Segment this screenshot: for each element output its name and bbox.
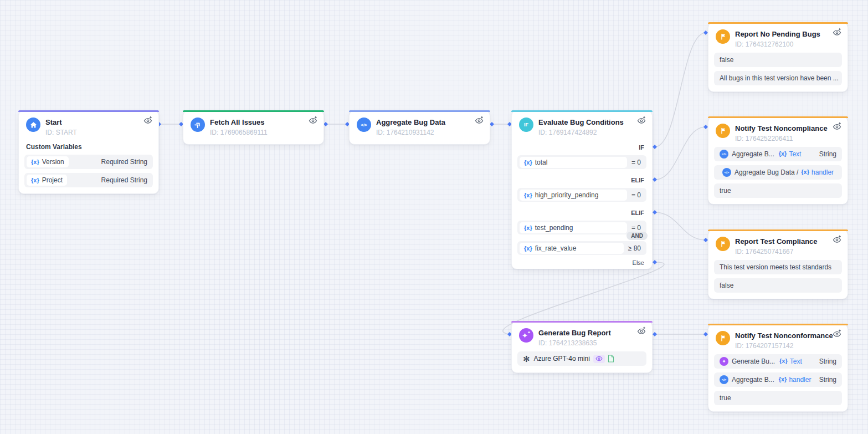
variable-row: {x}Project Required String: [24, 173, 153, 187]
watch-add-icon[interactable]: [637, 116, 646, 127]
connection-handle[interactable]: [653, 260, 657, 264]
flag-icon: [716, 29, 730, 44]
xvar-icon: {x}: [524, 192, 532, 198]
connection-handle[interactable]: [703, 332, 708, 336]
watch-add-icon[interactable]: [833, 122, 841, 133]
xvar-icon: {x}: [779, 150, 787, 158]
model-row: ✻ Azure GPT-4o mini: [517, 351, 646, 366]
flag-icon: [716, 331, 730, 345]
node-title: Evaluate Bug Conditions: [538, 118, 624, 127]
node-title: Aggregate Bug Data: [376, 118, 445, 127]
condition-operator: ≥ 80: [628, 244, 641, 252]
node-start[interactable]: Start ID: START Custom Variables {x}Vers…: [18, 110, 159, 194]
node-accent-bar: [511, 321, 653, 323]
connection-handle[interactable]: [490, 122, 494, 126]
variable-name: Version: [42, 158, 64, 166]
condition-variable: fix_rate_value: [535, 244, 577, 252]
watch-add-icon[interactable]: [833, 235, 841, 246]
branch-label-else: Else: [633, 258, 644, 267]
node-accent-bar: [349, 110, 490, 112]
watch-add-icon[interactable]: [833, 28, 841, 39]
variable-row: {x}Version Required String: [24, 155, 153, 169]
template-arg-row: </> Aggregate B... {x}Text String: [714, 147, 842, 161]
if-condition-icon: IF: [519, 118, 533, 132]
connection-handle[interactable]: [653, 332, 657, 336]
node-title: Generate Bug Report: [538, 328, 611, 338]
value-type: String: [819, 358, 836, 365]
node-id: ID: 1769147424892: [538, 128, 624, 137]
node-fetch-all-issues[interactable]: Fetch All Issues ID: 1769065869111: [183, 110, 324, 145]
home-icon: [26, 118, 40, 132]
node-accent-bar: [708, 116, 848, 118]
node-evaluate-bug-conditions[interactable]: IF Evaluate Bug Conditions ID: 176914742…: [511, 110, 653, 269]
connection-handle[interactable]: [323, 122, 328, 126]
node-id: ID: 1764252206411: [735, 134, 828, 143]
node-report-no-pending-bugs[interactable]: Report No Pending Bugs ID: 1764312762100…: [708, 22, 848, 92]
node-id: ID: 1764312762100: [735, 40, 820, 49]
node-id: ID: 1769065869111: [210, 128, 268, 137]
xvar-icon: {x}: [31, 177, 39, 183]
node-report-test-compliance[interactable]: Report Test Compliance ID: 1764250741667…: [708, 229, 848, 299]
node-title: Notify Test Noncompliance: [735, 124, 828, 133]
node-aggregate-bug-data[interactable]: </> Aggregate Bug Data ID: 1764210931142: [349, 110, 490, 145]
variable-name: Project: [42, 176, 63, 184]
node-accent-bar: [708, 22, 848, 24]
variable-chip: {x}Project: [27, 175, 67, 186]
watch-add-icon[interactable]: [833, 329, 841, 340]
node-accent-bar: [511, 110, 653, 112]
model-name: Azure GPT-4o mini: [534, 355, 590, 362]
node-notify-test-noncompliance[interactable]: Notify Test Noncompliance ID: 1764252206…: [708, 116, 848, 205]
output-value: This test version meets test standards: [720, 263, 831, 271]
connection-handle[interactable]: [653, 210, 657, 215]
watch-add-icon[interactable]: [143, 116, 152, 127]
output-value: false: [720, 56, 733, 64]
variable-ref[interactable]: {x}handler: [801, 169, 834, 176]
output-row: false: [714, 278, 842, 293]
custom-variables-label: Custom Variables: [26, 143, 151, 151]
code-icon: </>: [357, 118, 371, 132]
connection-handle[interactable]: [703, 238, 708, 242]
variable-ref[interactable]: {x}Text: [779, 358, 802, 365]
workflow-canvas[interactable]: Start ID: START Custom Variables {x}Vers…: [0, 0, 868, 434]
node-id: ID: 1764207157142: [735, 341, 833, 350]
variable-requirement: Required String: [101, 176, 147, 184]
node-accent-bar: [708, 324, 848, 325]
variable-ref[interactable]: {x}handler: [779, 376, 811, 384]
xvar-icon: {x}: [801, 169, 809, 176]
condition-row: {x}total = 0: [517, 155, 646, 169]
node-accent-bar: [18, 110, 159, 112]
watch-add-icon[interactable]: [309, 116, 317, 127]
connection-handle[interactable]: [653, 145, 657, 149]
output-row: true: [714, 391, 842, 405]
connection-handle[interactable]: [703, 30, 708, 35]
edge-connection[interactable]: [655, 212, 706, 240]
edge-connection[interactable]: [655, 127, 706, 180]
condition-variable: total: [535, 159, 548, 166]
vision-eye-icon[interactable]: [593, 355, 605, 363]
connection-handle[interactable]: [703, 125, 708, 129]
output-value: true: [720, 187, 731, 195]
condition-variable: test_pending: [535, 224, 573, 232]
node-title: Start: [45, 118, 77, 127]
variable-ref[interactable]: {x}Text: [779, 150, 802, 158]
condition-variable: high_priority_pending: [535, 191, 599, 199]
edge-connection[interactable]: [655, 33, 706, 147]
node-notify-test-nonconformance[interactable]: Notify Test Nonconformance ID: 176420715…: [708, 324, 848, 412]
watch-add-icon[interactable]: [637, 326, 646, 338]
watch-add-icon[interactable]: [475, 116, 484, 127]
condition-operator: = 0: [631, 224, 641, 232]
sparkles-icon: ✦ ✦: [519, 328, 533, 343]
node-generate-bug-report[interactable]: ✦ ✦ Generate Bug Report ID: 176421323863…: [511, 321, 653, 373]
fetch-arrows-icon: [191, 118, 205, 132]
connection-handle[interactable]: [653, 177, 657, 182]
openai-logo-icon: ✻: [523, 355, 530, 363]
variable-path-row: </> Aggregate Bug Data / {x}handler: [714, 165, 842, 180]
template-arg-row: ✦ Generate Bu... {x}Text String: [714, 354, 842, 369]
code-icon: </>: [720, 150, 728, 159]
code-icon: </>: [722, 168, 731, 177]
xvar-icon: {x}: [779, 358, 788, 365]
output-row: This test version meets test standards: [714, 260, 842, 274]
value-type: String: [819, 150, 836, 158]
value-type: String: [819, 376, 836, 384]
document-icon[interactable]: [608, 355, 614, 362]
